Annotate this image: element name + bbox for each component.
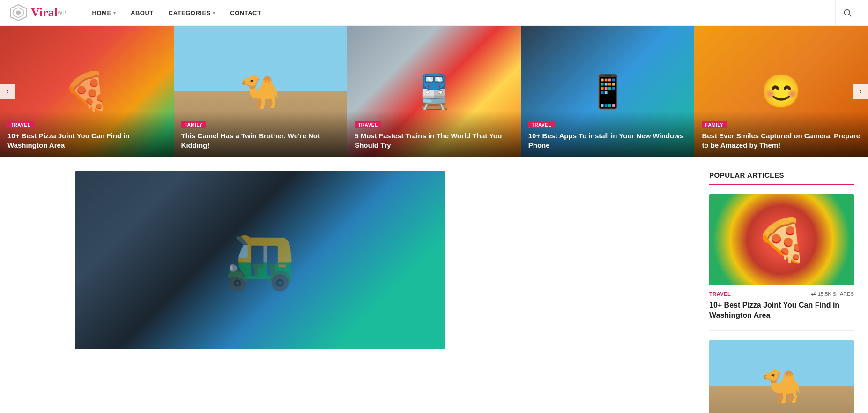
nav-home-arrow: ▾ (113, 10, 116, 15)
popular-article-1-image (709, 194, 854, 285)
slide-3[interactable]: TRAVEL 5 Most Fastest Trains in The Worl… (347, 26, 521, 157)
nav-about[interactable]: ABOUT (123, 0, 161, 26)
popular-article-1-title: 10+ Best Pizza Joint You Can Find in Was… (709, 300, 854, 321)
logo-wp: WP (58, 10, 66, 15)
popular-article-2[interactable] (709, 340, 854, 413)
popular-article-1-meta: TRAVEL ⇄ 15.5K SHARES (709, 290, 854, 297)
search-icon (843, 8, 852, 17)
nav-categories-arrow: ▾ (213, 10, 215, 15)
main-content-area: POPULAR ARTICLES TRAVEL ⇄ 15.5K SHARES 1… (0, 157, 868, 413)
slide-1[interactable]: TRAVEL 10+ Best Pizza Joint You Can Find… (0, 26, 174, 157)
hero-slider: TRAVEL 10+ Best Pizza Joint You Can Find… (0, 26, 868, 157)
video-thumbnail[interactable] (75, 171, 445, 349)
slide-2-category: FAMILY (181, 121, 206, 128)
slide-3-title: 5 Most Fastest Trains in The World That … (355, 131, 513, 150)
slider-track: TRAVEL 10+ Best Pizza Joint You Can Find… (0, 26, 868, 157)
logo-link[interactable]: ViralWP (9, 4, 66, 22)
slide-1-title: 10+ Best Pizza Joint You Can Find in Was… (7, 131, 166, 150)
search-button[interactable] (835, 0, 859, 26)
popular-article-1-shares-count: 15.5K SHARES (818, 291, 854, 297)
slide-2-title: This Camel Has a Twin Brother. We're Not… (181, 131, 340, 150)
popular-article-2-image (709, 340, 854, 413)
popular-article-1-shares: ⇄ 15.5K SHARES (811, 290, 854, 297)
slide-4[interactable]: TRAVEL 10+ Best Apps To install in Your … (521, 26, 695, 157)
logo-icon (9, 4, 27, 22)
popular-articles-title: POPULAR ARTICLES (709, 171, 854, 185)
svg-marker-2 (16, 10, 21, 15)
popular-article-1[interactable]: TRAVEL ⇄ 15.5K SHARES 10+ Best Pizza Joi… (709, 194, 854, 321)
slide-4-category: TRAVEL (528, 121, 555, 128)
slide-3-category: TRAVEL (355, 121, 381, 128)
slide-4-title: 10+ Best Apps To install in Your New Win… (528, 131, 687, 150)
header: ViralWP HOME ▾ ABOUT CATEGORIES ▾ CONTAC… (0, 0, 868, 26)
nav-home[interactable]: HOME ▾ (85, 0, 124, 26)
popular-article-1-category: TRAVEL (709, 291, 731, 297)
share-icon: ⇄ (811, 290, 816, 297)
slide-5-title: Best Ever Smiles Captured on Camera. Pre… (702, 131, 861, 150)
sidebar: POPULAR ARTICLES TRAVEL ⇄ 15.5K SHARES 1… (695, 157, 868, 413)
slide-5[interactable]: FAMILY Best Ever Smiles Captured on Came… (694, 26, 868, 157)
nav-contact[interactable]: CONTACT (223, 0, 268, 26)
video-preview-image (75, 171, 445, 349)
nav-categories[interactable]: CATEGORIES ▾ (161, 0, 223, 26)
main-nav: HOME ▾ ABOUT CATEGORIES ▾ CONTACT (85, 0, 835, 26)
content-area (0, 157, 695, 413)
logo-viral: Viral (31, 6, 58, 20)
svg-point-3 (844, 9, 850, 15)
slider-prev-button[interactable]: ‹ (0, 84, 15, 99)
slide-5-category: FAMILY (702, 121, 727, 128)
svg-line-4 (849, 15, 851, 17)
slide-2[interactable]: FAMILY This Camel Has a Twin Brother. We… (174, 26, 348, 157)
sidebar-divider (709, 330, 854, 331)
slide-1-category: TRAVEL (7, 121, 34, 128)
slider-next-button[interactable]: › (853, 84, 868, 99)
